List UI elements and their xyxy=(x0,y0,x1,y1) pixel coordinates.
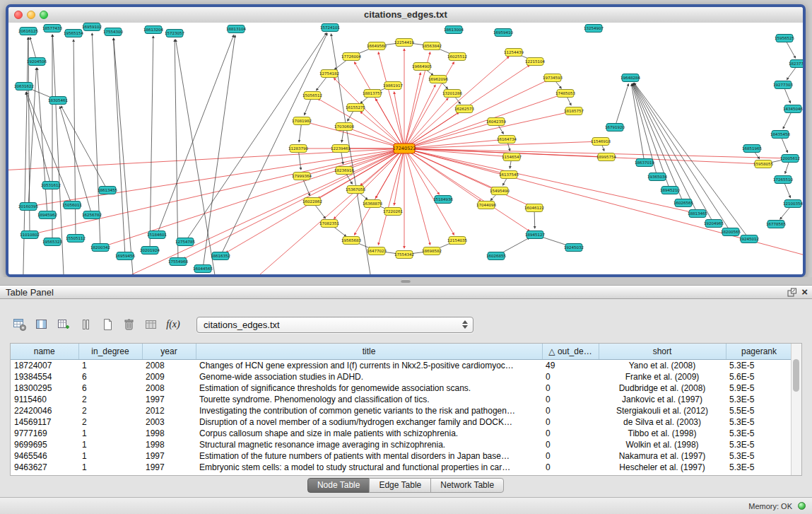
network-node[interactable]: 16022862 xyxy=(302,198,322,206)
network-node[interactable]: 16137545 xyxy=(499,171,519,179)
network-node[interactable]: 18995754 xyxy=(596,153,616,161)
import-table-button[interactable] xyxy=(141,315,161,334)
table-options-button[interactable] xyxy=(10,315,30,334)
network-node[interactable]: 11546918 xyxy=(591,138,611,146)
network-node[interactable]: 18616352 xyxy=(211,252,230,260)
network-node[interactable]: 16044565 xyxy=(193,265,213,273)
network-node[interactable]: 15184601 xyxy=(147,231,167,239)
network-node[interactable]: 20531612 xyxy=(41,182,61,189)
network-node[interactable]: 18200342 xyxy=(90,244,110,252)
network-node[interactable]: 19365034 xyxy=(647,173,667,181)
network-node[interactable]: 18813757 xyxy=(363,90,382,98)
network-node[interactable]: 18435458 xyxy=(770,131,790,139)
network-node[interactable]: 16962096 xyxy=(428,76,448,83)
network-node[interactable]: 16368878 xyxy=(363,200,382,208)
network-node[interactable]: 16262573 xyxy=(454,105,474,113)
network-node[interactable]: 16791920 xyxy=(605,124,625,132)
table-row[interactable]: 1872400712008Changes of HCN gene express… xyxy=(11,360,792,372)
network-node[interactable]: 16477023 xyxy=(367,247,387,255)
table-row[interactable]: 946362711997Embryonic stem cells: a mode… xyxy=(11,462,792,473)
network-node[interactable]: 11010802 xyxy=(20,231,40,239)
show-columns-button[interactable] xyxy=(32,315,52,334)
network-canvas[interactable]: 1602551218563842122544191664956017726004… xyxy=(8,23,803,274)
table-row[interactable]: 2242004622012Investigating the contribut… xyxy=(11,405,792,416)
network-node[interactable]: 19245012 xyxy=(739,235,759,243)
network-node[interactable]: 19565154 xyxy=(64,30,83,37)
network-node[interactable]: 18945210 xyxy=(660,187,680,194)
network-node[interactable]: 17485053 xyxy=(555,90,575,98)
network-node[interactable]: 11546547 xyxy=(502,153,522,161)
network-node[interactable]: 20160395 xyxy=(18,203,38,211)
network-node[interactable]: 16851965 xyxy=(742,145,762,153)
network-node[interactable]: 17220261 xyxy=(383,208,403,216)
network-node[interactable]: 17044098 xyxy=(476,201,496,209)
network-node[interactable]: 19664905 xyxy=(412,63,432,71)
network-node[interactable]: 19648284 xyxy=(620,74,640,82)
network-node[interactable]: 16155275 xyxy=(346,104,365,112)
network-node[interactable]: 16959102 xyxy=(82,23,102,31)
network-node[interactable]: 12254419 xyxy=(394,39,414,47)
table-row[interactable]: 1938455462009Genome-wide association stu… xyxy=(11,371,792,382)
window-minimize-button[interactable] xyxy=(27,11,35,19)
network-node[interactable]: 12154035 xyxy=(447,237,467,245)
network-node[interactable]: 15724101 xyxy=(320,24,340,32)
tab-node-table[interactable]: Node Table xyxy=(307,478,370,493)
network-node[interactable]: 16042359 xyxy=(486,118,506,126)
network-node[interactable]: 15056011 xyxy=(62,201,82,209)
network-node[interactable]: 16256782 xyxy=(82,211,102,219)
network-node[interactable]: 17265510 xyxy=(773,176,793,184)
network-node[interactable]: 17726004 xyxy=(341,53,361,61)
network-node[interactable]: 18945962 xyxy=(37,211,57,219)
network-node[interactable]: 18813465 xyxy=(688,210,707,218)
close-panel-button[interactable]: × xyxy=(801,286,808,298)
network-node[interactable]: 19734593 xyxy=(543,74,563,82)
network-node[interactable]: 18813104 xyxy=(226,25,246,33)
network-node[interactable]: 16649560 xyxy=(367,42,387,50)
divider-grip[interactable] xyxy=(401,279,411,283)
network-node[interactable]: 16026565 xyxy=(673,199,693,207)
network-node[interactable]: 18945127 xyxy=(525,231,545,239)
network-node[interactable]: 16164734 xyxy=(497,136,517,144)
network-node[interactable]: 17030608 xyxy=(334,123,354,131)
network-node[interactable]: 18613204 xyxy=(143,26,163,34)
network-node[interactable]: 11283790 xyxy=(288,145,308,153)
network-node[interactable]: 11254439 xyxy=(504,49,524,57)
network-node[interactable]: 13254907 xyxy=(584,25,604,33)
network-node[interactable]: 16778565 xyxy=(766,221,786,228)
network-node[interactable]: 18236916 xyxy=(334,167,354,175)
network-node[interactable]: 17081982 xyxy=(292,117,312,125)
network-node[interactable]: 14345046 xyxy=(783,105,803,113)
network-node[interactable]: 18305461 xyxy=(48,97,68,105)
network-node[interactable]: 17999364 xyxy=(292,173,312,180)
network-node[interactable]: 16959456 xyxy=(115,252,135,260)
network-node[interactable]: 15367058 xyxy=(346,186,365,194)
network-node[interactable]: 18613455 xyxy=(98,187,117,194)
network-node[interactable]: 12754785 xyxy=(175,238,195,246)
column-header-short[interactable]: short xyxy=(599,344,726,360)
network-node[interactable]: 16046122 xyxy=(524,204,544,212)
network-node[interactable]: 15723057 xyxy=(165,30,184,37)
network-node[interactable]: 18698582 xyxy=(422,247,442,255)
table-row[interactable]: 1456911722003Disruption of a novel membe… xyxy=(11,416,792,428)
network-node[interactable]: 20616125 xyxy=(18,28,38,35)
table-row[interactable]: 946554611997Estimation of the future num… xyxy=(11,450,792,462)
network-node[interactable]: 18637019 xyxy=(635,159,654,167)
network-node[interactable]: 12005612 xyxy=(780,155,800,163)
network-node[interactable]: 18200565 xyxy=(721,228,741,236)
column-header-in_degree[interactable]: in_degree xyxy=(78,344,142,360)
table-selector-dropdown[interactable]: citations_edges.txt xyxy=(196,317,473,333)
window-close-button[interactable] xyxy=(14,11,23,19)
network-node[interactable]: 17082351 xyxy=(319,220,339,228)
column-header-pagerank[interactable]: pagerank xyxy=(726,344,792,360)
column-header-out_degree[interactable]: △ out_de… xyxy=(542,344,599,360)
split-divider[interactable] xyxy=(0,277,812,285)
window-zoom-button[interactable] xyxy=(40,11,48,19)
network-node[interactable]: 19861917 xyxy=(383,82,403,90)
function-builder-button[interactable]: f(x) xyxy=(163,315,183,334)
network-node[interactable]: 15956525 xyxy=(775,35,794,42)
network-node[interactable]: 17554300 xyxy=(103,28,123,36)
table-row[interactable]: 1830029562008Estimation of significance … xyxy=(11,382,792,394)
network-node[interactable]: 17554968 xyxy=(168,258,188,266)
network-node[interactable]: 18613004 xyxy=(444,26,464,34)
network-node[interactable]: 16959410 xyxy=(493,29,513,37)
